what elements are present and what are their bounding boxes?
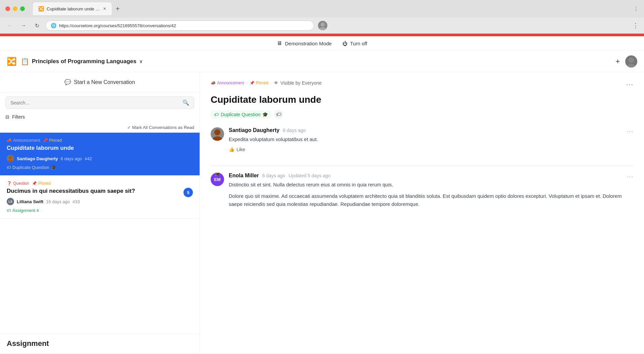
conversation-list: 📣 Announcement 📌 Pinned Cupiditate labor…	[0, 133, 200, 334]
active-tab[interactable]: 🔀 Cupiditate laborum unde · Prin… ✕	[33, 2, 112, 15]
post-badges: 📣 Announcement 📌 Pinned 👁 Visible by Eve…	[211, 80, 322, 86]
search-input-wrap: 🔍	[5, 96, 194, 109]
post-announcement-badge: 📣 Announcement	[211, 81, 244, 85]
conversation-title: Ducimus in qui necessitatibus quam saepe…	[7, 188, 183, 194]
browser-more-button[interactable]: ⋮	[633, 6, 639, 12]
filters-button[interactable]: ⊟ Filters	[0, 113, 200, 124]
sidebar-bottom: Assignment	[0, 334, 200, 353]
turn-off-label: Turn off	[350, 41, 367, 46]
eye-icon: 👁	[274, 80, 278, 86]
globe-icon: 🌐	[51, 23, 56, 28]
comment-meta: Enola Miller 6 days ago Updated 5 days a…	[229, 173, 622, 179]
browser-user-avatar[interactable]	[318, 21, 327, 30]
tab-bar: 🔀 Cupiditate laborum unde · Prin… ✕ +	[33, 2, 122, 15]
maximize-window-button[interactable]	[20, 6, 25, 11]
announcement-label: Announcement	[13, 138, 40, 143]
filters-label: Filters	[12, 114, 25, 120]
comment-author: Enola Miller	[229, 173, 259, 179]
comment-meta: Santiago Daugherty 6 days ago	[229, 127, 622, 133]
comment: Santiago Daugherty 6 days ago Expedita v…	[211, 127, 633, 152]
comment-time: 6 days ago	[283, 128, 306, 133]
chevron-down-icon: ∨	[139, 59, 143, 64]
tag-emoji: 🎓	[262, 112, 268, 117]
add-tag-button[interactable]: 🏷	[274, 110, 283, 119]
svg-point-7	[213, 136, 222, 141]
reload-button[interactable]: ↻	[32, 21, 42, 30]
course-icon: 📋	[21, 57, 29, 65]
announcement-label: Announcement	[217, 81, 244, 85]
forward-button[interactable]: →	[19, 21, 28, 30]
conversation-item[interactable]: 📣 Announcement 📌 Pinned Cupiditate labor…	[0, 133, 200, 176]
demo-mode-text: Demonstration Mode	[285, 41, 331, 46]
post-header: 📣 Announcement 📌 Pinned 👁 Visible by Eve…	[211, 80, 633, 89]
mark-all-conversations-button[interactable]: ✓ Mark All Conversations as Read	[0, 124, 200, 133]
user-avatar[interactable]	[625, 55, 637, 68]
new-conversation-button[interactable]: 💬 Start a New Conversation	[0, 72, 200, 92]
add-button[interactable]: +	[615, 57, 620, 66]
pinned-badge: 📌 Pinned	[43, 138, 62, 143]
visibility-label: Visible by Everyone	[280, 80, 322, 86]
post-more-button[interactable]: ⋯	[626, 80, 633, 89]
title-bar: 🔀 Cupiditate laborum unde · Prin… ✕ + ⋮	[0, 0, 644, 17]
demo-mode-label: 🖥 Demonstration Mode	[277, 40, 331, 46]
conv-time: 6 days ago	[61, 156, 82, 161]
svg-point-3	[627, 64, 636, 68]
like-button[interactable]: 👍 Like	[229, 147, 245, 152]
demo-mode-icon: 🖥	[277, 40, 282, 46]
address-bar[interactable]: 🌐 https://courselore.org/courses/5216955…	[46, 20, 314, 31]
browser-menu-button[interactable]: ⋮	[633, 22, 639, 29]
new-conv-label: Start a New Conversation	[74, 79, 135, 85]
filter-icon: ⊟	[5, 114, 9, 120]
conv-author: Santiago Daugherty	[17, 156, 58, 161]
browser-chrome: 🔀 Cupiditate laborum unde · Prin… ✕ + ⋮ …	[0, 0, 644, 34]
new-tab-button[interactable]: +	[113, 4, 122, 14]
duplicate-question-tag[interactable]: 🏷 Duplicate Question 🎓	[211, 110, 271, 119]
back-button[interactable]: ←	[5, 21, 15, 30]
search-input[interactable]	[10, 100, 182, 105]
tab-title: Cupiditate laborum unde · Prin…	[47, 6, 100, 11]
comment-body: Enola Miller 6 days ago Updated 5 days a…	[229, 173, 622, 212]
tag-icon: 🏷	[7, 208, 11, 213]
conv-info: LS Lilliana Swift 16 days ago #33	[7, 198, 193, 205]
svg-point-1	[319, 27, 326, 30]
power-icon: ⏻	[342, 41, 347, 46]
traffic-lights	[5, 6, 25, 11]
close-tab-button[interactable]: ✕	[103, 6, 106, 11]
comment-more-button[interactable]: ⋯	[627, 127, 633, 152]
minimize-window-button[interactable]	[13, 6, 17, 11]
pin-icon: 📌	[32, 181, 37, 186]
demo-mode-bar: 🖥 Demonstration Mode ⏻ Turn off	[0, 36, 644, 51]
app-header: 🔀 📋 Principles of Programming Languages …	[0, 51, 644, 72]
new-conv-icon: 💬	[64, 79, 71, 85]
course-selector[interactable]: 📋 Principles of Programming Languages ∨	[21, 57, 143, 65]
comment-text-1: Distinctio sit et sint. Nulla delectus r…	[229, 181, 622, 189]
tag-add-icon: 🏷	[276, 112, 281, 118]
app-logo-icon: 🔀	[7, 57, 17, 66]
announcement-badge: 📣 Announcement	[7, 138, 40, 143]
right-panel: 📣 Announcement 📌 Pinned 👁 Visible by Eve…	[200, 72, 644, 353]
close-window-button[interactable]	[5, 6, 10, 11]
author-avatar: LS	[7, 198, 14, 205]
like-label: Like	[236, 147, 245, 152]
author-avatar	[7, 155, 14, 162]
left-panel: 💬 Start a New Conversation 🔍 ⊟ Filters ✓…	[0, 72, 200, 353]
conv-meta: 📣 Announcement 📌 Pinned	[7, 138, 193, 143]
comment-more-button[interactable]: ⋯	[627, 173, 633, 212]
graduation-cap-icon: 🎓	[215, 173, 220, 176]
comment-actions: 👍 Like	[229, 147, 622, 152]
assignment-label: Assignment	[7, 339, 193, 348]
demo-red-banner	[0, 34, 644, 36]
conv-number: #33	[72, 199, 80, 204]
pinned-label: Pinned	[49, 138, 62, 143]
comment-updated: Updated 5 days ago	[288, 173, 330, 178]
visibility-badge: 👁 Visible by Everyone	[274, 80, 322, 86]
comment-text: Expedita voluptatum voluptatibus et aut.	[229, 135, 622, 143]
conv-tag: 🏷 Assignment 4	[7, 208, 193, 213]
url-text: https://courselore.org/courses/521695557…	[59, 23, 309, 28]
announcement-icon: 📣	[211, 81, 216, 85]
turn-off-button[interactable]: ⏻ Turn off	[342, 41, 367, 46]
thumbsup-icon: 👍	[229, 147, 234, 152]
tab-favicon-icon: 🔀	[38, 6, 44, 11]
conversation-item[interactable]: ❓ Question 📌 Pinned Ducimus in qui neces…	[0, 176, 200, 219]
svg-point-0	[321, 23, 325, 27]
